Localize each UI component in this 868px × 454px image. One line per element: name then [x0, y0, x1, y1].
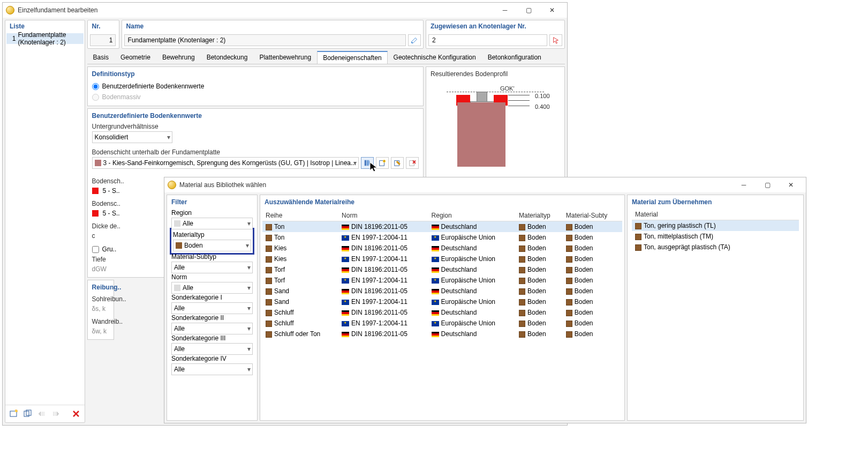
material-swatch-icon: [566, 245, 572, 252]
flag-icon: [432, 332, 439, 337]
series-row[interactable]: KiesDIN 18196:2011-05DeutschlandBodenBod…: [262, 243, 622, 254]
soil-profile-diagram: GOK' 0.100 0.400: [431, 81, 560, 167]
list-item[interactable]: 1 Fundamentplatte (Knotenlager : 2): [6, 33, 84, 44]
maximize-button[interactable]: ▢: [517, 3, 540, 18]
name-input[interactable]: [124, 34, 406, 46]
series-row[interactable]: TonEN 1997-1:2004-11Europäische UnionBod…: [262, 232, 622, 243]
new-material-button[interactable]: [376, 157, 389, 169]
radio-custom-soil[interactable]: Benutzerdefinierte Bodenkennwerte: [92, 81, 419, 92]
tab-bewehrung[interactable]: Bewehrung: [156, 51, 201, 64]
tab-bodeneigenschaften[interactable]: Bodeneigenschaften: [317, 51, 387, 64]
swatch-icon: [174, 285, 180, 291]
series-col-header[interactable]: Material-Subty: [563, 210, 622, 221]
mattype-filter-combo[interactable]: Boden: [173, 240, 251, 251]
friction-row: Sohlreibun..: [92, 294, 109, 304]
tab-betondeckung[interactable]: Betondeckung: [201, 51, 254, 64]
material-swatch-icon: [266, 299, 272, 306]
flag-icon: [342, 257, 349, 262]
flag-icon: [432, 310, 439, 316]
series-row[interactable]: KiesEN 1997-1:2004-11Europäische UnionBo…: [262, 254, 622, 264]
region-filter-label: Region: [171, 209, 253, 217]
series-row[interactable]: SandDIN 18196:2011-05DeutschlandBodenBod…: [262, 286, 622, 296]
series-row[interactable]: SchluffEN 1997-1:2004-11Europäische Unio…: [262, 318, 622, 329]
tab-basis[interactable]: Basis: [87, 51, 115, 64]
assigned-input[interactable]: [428, 34, 547, 46]
region-filter-combo[interactable]: Alle: [171, 218, 253, 229]
filter-title: Filter: [171, 198, 253, 206]
series-row[interactable]: Schluff oder TonDIN 18196:2011-05Deutsch…: [262, 329, 622, 339]
delete-material-button[interactable]: [406, 157, 419, 169]
sk1-filter-combo[interactable]: Alle: [171, 302, 253, 314]
pick-node-button[interactable]: [549, 34, 562, 46]
minimize-button[interactable]: ─: [493, 3, 517, 18]
tab-betonkonfiguration[interactable]: Betonkonfiguration: [482, 51, 547, 64]
tool-button-3[interactable]: [35, 407, 48, 420]
layer-below-combo[interactable]: 3 - Kies-Sand-Feinkorngemisch, Sprengung…: [92, 157, 359, 169]
material-swatch-icon: [566, 267, 572, 273]
edit-name-button[interactable]: [408, 34, 421, 46]
sk3-filter-value: Alle: [174, 345, 185, 353]
new-item-button[interactable]: [7, 407, 20, 420]
tab-bar: BasisGeometrieBewehrungBetondeckungPlatt…: [87, 51, 565, 64]
copy-item-button[interactable]: [21, 407, 34, 420]
sk2-filter-combo[interactable]: Alle: [171, 323, 253, 334]
takeover-row[interactable]: Ton, mittelplastisch (TM): [632, 231, 799, 242]
flag-icon: [342, 289, 349, 294]
sk4-filter-combo[interactable]: Alle: [171, 363, 253, 375]
tool-button-4[interactable]: [49, 407, 62, 420]
takeover-row[interactable]: Ton, gering plastisch (TL): [632, 220, 799, 232]
app-icon: [168, 181, 176, 189]
series-col-header[interactable]: Reihe: [262, 210, 338, 221]
partial-label: Gru..: [102, 245, 117, 253]
tab-plattenbewehrung[interactable]: Plattenbewehrung: [253, 51, 317, 64]
sk4-filter-label: Sonderkategorie IV: [171, 355, 253, 362]
swatch-icon: [176, 242, 182, 249]
series-title: Auszuwählende Materialreihe: [262, 197, 622, 207]
subtype-filter-combo[interactable]: Alle: [171, 262, 253, 273]
series-col-header[interactable]: Region: [428, 210, 516, 221]
series-col-header[interactable]: Materialtyp: [516, 210, 563, 221]
lib-maximize-button[interactable]: ▢: [756, 177, 779, 192]
profile-title: Resultierendes Bodenprofil: [431, 70, 560, 78]
series-row[interactable]: TonDIN 18196:2011-05DeutschlandBodenBode…: [262, 221, 622, 233]
material-swatch-icon: [266, 321, 272, 327]
series-row[interactable]: SandEN 1997-1:2004-11Europäische UnionBo…: [262, 296, 622, 307]
material-swatch-icon: [519, 235, 525, 241]
nr-input[interactable]: [90, 34, 116, 46]
series-row[interactable]: TorfEN 1997-1:2004-11Europäische UnionBo…: [262, 275, 622, 286]
norm-filter-combo[interactable]: Alle: [171, 282, 253, 294]
flag-icon: [432, 278, 439, 284]
main-window-title: Einzelfundament bearbeiten: [18, 6, 493, 14]
series-row[interactable]: SchluffDIN 18196:2011-05DeutschlandBoden…: [262, 307, 622, 318]
series-row[interactable]: TorfDIN 18196:2011-05DeutschlandBodenBod…: [262, 264, 622, 275]
close-button[interactable]: ✕: [540, 3, 564, 18]
material-swatch-icon: [266, 267, 272, 273]
library-button[interactable]: [361, 157, 374, 169]
flag-icon: [342, 246, 349, 251]
takeover-row[interactable]: Ton, ausgeprägt plastisch (TA): [632, 242, 799, 252]
groundwater-checkbox[interactable]: [92, 246, 99, 253]
takeover-table: Material Ton, gering plastisch (TL)Ton, …: [632, 209, 799, 252]
material-swatch-icon: [519, 288, 525, 295]
material-swatch-icon: [635, 244, 641, 251]
edit-material-button[interactable]: [391, 157, 404, 169]
gok-label: GOK': [500, 85, 515, 92]
flag-icon: [432, 289, 439, 294]
layer-below-label: Bodenschicht unterhalb der Fundamentplat…: [92, 148, 419, 156]
series-col-header[interactable]: Norm: [338, 210, 428, 221]
underground-combo[interactable]: Konsolidiert: [92, 131, 172, 143]
tab-geometrie[interactable]: Geometrie: [115, 51, 156, 64]
material-swatch-icon: [519, 299, 525, 306]
sk3-filter-label: Sonderkategorie III: [171, 334, 253, 342]
tab-geotechnische-konfiguration[interactable]: Geotechnische Konfiguration: [388, 51, 482, 64]
lib-minimize-button[interactable]: ─: [732, 177, 756, 192]
radio-soil-massive-input[interactable]: [92, 94, 99, 101]
material-swatch-icon: [519, 331, 525, 338]
flag-icon: [432, 225, 439, 230]
friction-title: Reibung..: [92, 284, 109, 291]
delete-item-button[interactable]: [70, 407, 82, 420]
lib-close-button[interactable]: ✕: [779, 177, 803, 192]
radio-soil-massive[interactable]: Bodenmassiv: [92, 92, 419, 102]
sk3-filter-combo[interactable]: Alle: [171, 343, 253, 355]
radio-custom-soil-input[interactable]: [92, 83, 99, 90]
